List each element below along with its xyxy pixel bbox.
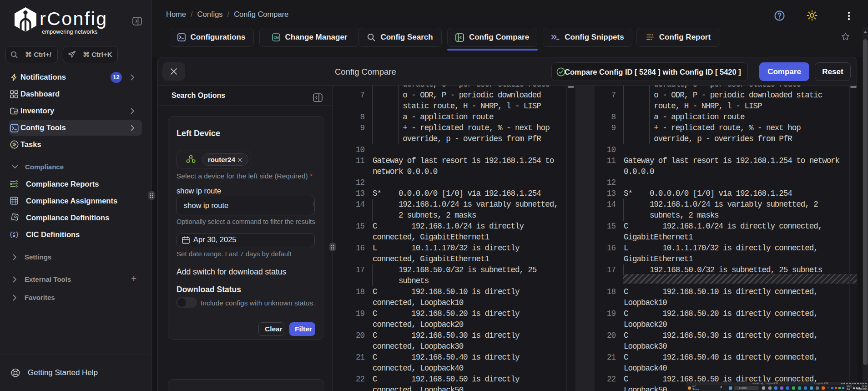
svg-text:CM: CM (273, 36, 279, 40)
